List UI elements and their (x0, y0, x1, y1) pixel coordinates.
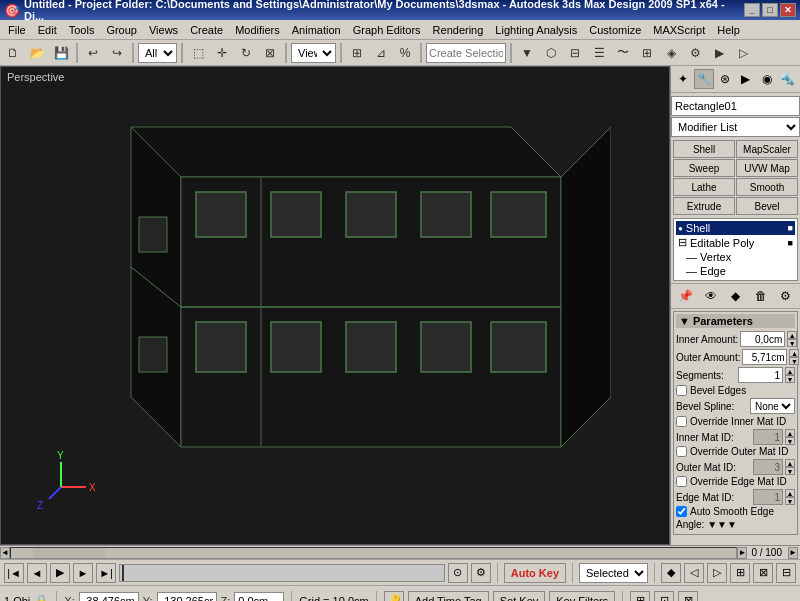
uvwmap-btn[interactable]: UVW Map (736, 159, 798, 177)
edge-mat-id-up[interactable]: ▲ (785, 489, 795, 497)
undo-btn[interactable]: ↩ (82, 42, 104, 64)
outer-amount-input[interactable] (742, 349, 787, 365)
rotate-btn[interactable]: ↻ (235, 42, 257, 64)
time-config-btn[interactable]: ⚙ (471, 563, 491, 583)
curve-editor-btn[interactable]: 〜 (612, 42, 634, 64)
segments-spinner[interactable]: ▲ ▼ (785, 367, 795, 383)
scale-btn[interactable]: ⊠ (259, 42, 281, 64)
shell-btn[interactable]: Shell (673, 140, 735, 158)
key-icon2[interactable]: ◁ (684, 563, 704, 583)
key-icon1[interactable]: ◆ (661, 563, 681, 583)
outer-mat-id-spinner[interactable]: ▲ ▼ (785, 459, 795, 475)
save-btn[interactable]: 💾 (50, 42, 72, 64)
menu-file[interactable]: File (2, 23, 32, 37)
override-inner-mat-checkbox[interactable] (676, 416, 687, 427)
modifier-list-dropdown[interactable]: Modifier List (671, 117, 800, 137)
outer-amount-down[interactable]: ▼ (789, 357, 799, 365)
render-btn[interactable]: ▶ (708, 42, 730, 64)
next-frame-btn[interactable]: ► (73, 563, 93, 583)
mat-editor-btn[interactable]: ◈ (660, 42, 682, 64)
bevel-btn[interactable]: Bevel (736, 197, 798, 215)
key-filters-btn[interactable]: Key Filters (549, 591, 615, 602)
lock-icon[interactable]: 🔒 (34, 594, 49, 602)
x-coord-input[interactable] (79, 592, 139, 602)
redo-btn[interactable]: ↪ (106, 42, 128, 64)
view-dropdown[interactable]: View (291, 43, 336, 63)
menu-create[interactable]: Create (184, 23, 229, 37)
scroll-right-btn[interactable]: ► (737, 547, 747, 559)
utilities-panel-icon[interactable]: 🔩 (778, 69, 798, 89)
angle-btn[interactable]: ⊿ (370, 42, 392, 64)
show-end-result-icon[interactable]: 👁 (701, 286, 721, 306)
outer-mat-id-up[interactable]: ▲ (785, 459, 795, 467)
new-btn[interactable]: 🗋 (2, 42, 24, 64)
go-to-end-btn[interactable]: ►| (96, 563, 116, 583)
parameters-header[interactable]: ▼ Parameters (676, 314, 795, 328)
outer-mat-id-input[interactable] (753, 459, 783, 475)
edge-mat-id-input[interactable] (753, 489, 783, 505)
segments-down[interactable]: ▼ (785, 375, 795, 383)
select-btn[interactable]: ⬚ (187, 42, 209, 64)
timeline-track[interactable] (119, 564, 445, 582)
h-scroll-track[interactable] (10, 547, 737, 559)
align-btn[interactable]: ⊟ (564, 42, 586, 64)
pct-btn[interactable]: % (394, 42, 416, 64)
modify-panel-icon[interactable]: 🔧 (694, 69, 714, 89)
menu-group[interactable]: Group (100, 23, 143, 37)
inner-amount-input[interactable] (740, 331, 785, 347)
close-button[interactable]: ✕ (780, 3, 796, 17)
open-btn[interactable]: 📂 (26, 42, 48, 64)
create-panel-icon[interactable]: ✦ (673, 69, 693, 89)
hierarchy-panel-icon[interactable]: ⊛ (715, 69, 735, 89)
object-name-input[interactable] (671, 96, 800, 116)
menu-help[interactable]: Help (711, 23, 746, 37)
remove-modifier-icon[interactable]: 🗑 (751, 286, 771, 306)
go-to-start-btn[interactable]: |◄ (4, 563, 24, 583)
snap-btn[interactable]: ⊞ (346, 42, 368, 64)
bevel-spline-select[interactable]: None (750, 398, 795, 414)
status-icon1[interactable]: ⊞ (630, 591, 650, 602)
mapscaler-btn[interactable]: MapScaler (736, 140, 798, 158)
segments-input[interactable] (738, 367, 783, 383)
menu-animation[interactable]: Animation (286, 23, 347, 37)
override-outer-mat-checkbox[interactable] (676, 446, 687, 457)
playback-dropdown[interactable]: Selected (579, 563, 648, 583)
display-panel-icon[interactable]: ◉ (757, 69, 777, 89)
sweep-btn[interactable]: Sweep (673, 159, 735, 177)
key-mode-btn[interactable]: ⊙ (448, 563, 468, 583)
pin-stack-icon[interactable]: 📌 (676, 286, 696, 306)
filter-dropdown[interactable]: All (138, 43, 177, 63)
inner-mat-id-up[interactable]: ▲ (785, 429, 795, 437)
menu-views[interactable]: Views (143, 23, 184, 37)
key-icon-status[interactable]: 🔑 (384, 591, 404, 602)
inner-amount-spinner[interactable]: ▲ ▼ (787, 331, 797, 347)
viewport[interactable]: Perspective (0, 66, 670, 545)
stack-item-shell[interactable]: ● Shell ■ (676, 221, 795, 235)
status-icon3[interactable]: ⊠ (678, 591, 698, 602)
render-setup-btn[interactable]: ⚙ (684, 42, 706, 64)
status-icon2[interactable]: ⊡ (654, 591, 674, 602)
menu-rendering[interactable]: Rendering (427, 23, 490, 37)
menu-graph-editors[interactable]: Graph Editors (347, 23, 427, 37)
segments-up[interactable]: ▲ (785, 367, 795, 375)
stack-subitem-edge[interactable]: ― Edge (676, 264, 795, 278)
add-time-tag-btn[interactable]: Add Time Tag (408, 591, 489, 602)
schematic-btn[interactable]: ⊞ (636, 42, 658, 64)
outer-amount-up[interactable]: ▲ (789, 349, 799, 357)
inner-mat-id-input[interactable] (753, 429, 783, 445)
menu-maxscript[interactable]: MAXScript (647, 23, 711, 37)
prev-frame-btn[interactable]: ◄ (27, 563, 47, 583)
edge-mat-id-spinner[interactable]: ▲ ▼ (785, 489, 795, 505)
menu-tools[interactable]: Tools (63, 23, 101, 37)
auto-key-btn[interactable]: Auto Key (504, 563, 566, 583)
outer-mat-id-down[interactable]: ▼ (785, 467, 795, 475)
configure-icon[interactable]: ⚙ (776, 286, 796, 306)
edge-mat-id-down[interactable]: ▼ (785, 497, 795, 505)
set-key-btn[interactable]: Set Key (493, 591, 546, 602)
layer-btn[interactable]: ☰ (588, 42, 610, 64)
smooth-btn[interactable]: Smooth (736, 178, 798, 196)
menu-edit[interactable]: Edit (32, 23, 63, 37)
outer-amount-spinner[interactable]: ▲ ▼ (789, 349, 799, 365)
lathe-btn[interactable]: Lathe (673, 178, 735, 196)
mirror-btn[interactable]: ⬡ (540, 42, 562, 64)
